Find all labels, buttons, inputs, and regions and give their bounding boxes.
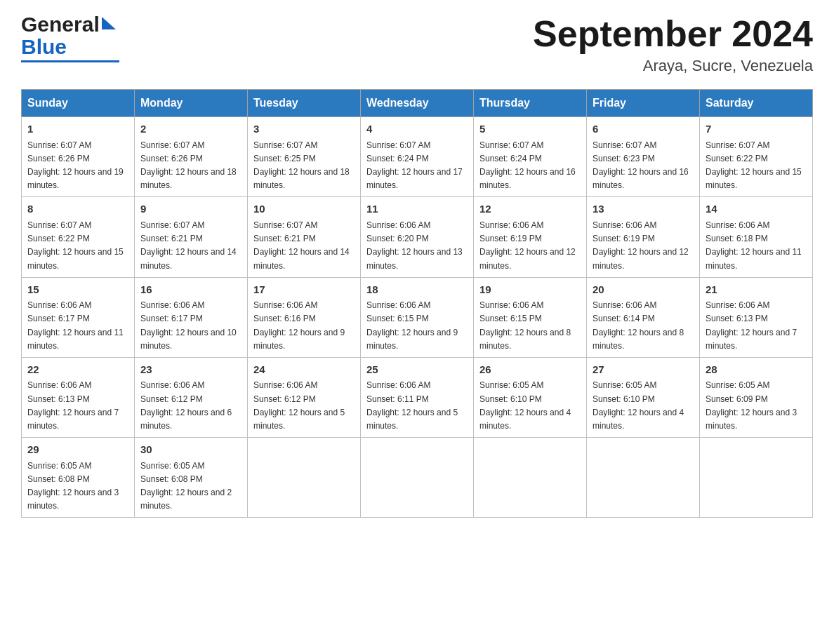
week-row-5: 29Sunrise: 6:05 AMSunset: 6:08 PMDayligh… bbox=[22, 438, 813, 518]
day-info: Sunrise: 6:07 AMSunset: 6:22 PMDaylight:… bbox=[27, 219, 128, 273]
day-number: 29 bbox=[27, 442, 128, 458]
weekday-header-thursday: Thursday bbox=[474, 90, 587, 117]
day-info: Sunrise: 6:07 AMSunset: 6:26 PMDaylight:… bbox=[140, 139, 241, 193]
calendar-cell: 2Sunrise: 6:07 AMSunset: 6:26 PMDaylight… bbox=[135, 117, 248, 197]
calendar-cell: 23Sunrise: 6:06 AMSunset: 6:12 PMDayligh… bbox=[135, 357, 248, 437]
day-number: 23 bbox=[140, 362, 241, 378]
weekday-header-monday: Monday bbox=[135, 90, 248, 117]
calendar-cell: 3Sunrise: 6:07 AMSunset: 6:25 PMDaylight… bbox=[248, 117, 361, 197]
day-info: Sunrise: 6:05 AMSunset: 6:10 PMDaylight:… bbox=[593, 379, 694, 433]
calendar-cell bbox=[248, 438, 361, 518]
day-info: Sunrise: 6:06 AMSunset: 6:15 PMDaylight:… bbox=[366, 299, 468, 353]
calendar-cell: 30Sunrise: 6:05 AMSunset: 6:08 PMDayligh… bbox=[135, 438, 248, 518]
day-number: 5 bbox=[479, 121, 581, 137]
day-info: Sunrise: 6:06 AMSunset: 6:19 PMDaylight:… bbox=[593, 219, 694, 273]
calendar-cell: 21Sunrise: 6:06 AMSunset: 6:13 PMDayligh… bbox=[700, 277, 813, 357]
logo-triangle-icon bbox=[102, 17, 116, 29]
day-info: Sunrise: 6:06 AMSunset: 6:11 PMDaylight:… bbox=[366, 379, 468, 433]
calendar-cell: 22Sunrise: 6:06 AMSunset: 6:13 PMDayligh… bbox=[22, 357, 135, 437]
day-number: 9 bbox=[140, 201, 241, 217]
logo: General Blue bbox=[21, 14, 119, 62]
day-info: Sunrise: 6:06 AMSunset: 6:18 PMDaylight:… bbox=[706, 219, 807, 273]
week-row-2: 8Sunrise: 6:07 AMSunset: 6:22 PMDaylight… bbox=[22, 197, 813, 277]
day-info: Sunrise: 6:06 AMSunset: 6:13 PMDaylight:… bbox=[27, 379, 128, 433]
day-number: 25 bbox=[366, 362, 468, 378]
calendar-cell: 16Sunrise: 6:06 AMSunset: 6:17 PMDayligh… bbox=[135, 277, 248, 357]
calendar-cell: 10Sunrise: 6:07 AMSunset: 6:21 PMDayligh… bbox=[248, 197, 361, 277]
day-info: Sunrise: 6:06 AMSunset: 6:17 PMDaylight:… bbox=[140, 299, 241, 353]
weekday-header-row: SundayMondayTuesdayWednesdayThursdayFrid… bbox=[22, 90, 813, 117]
day-info: Sunrise: 6:05 AMSunset: 6:09 PMDaylight:… bbox=[706, 379, 807, 433]
day-number: 6 bbox=[593, 121, 694, 137]
calendar-cell: 11Sunrise: 6:06 AMSunset: 6:20 PMDayligh… bbox=[361, 197, 474, 277]
calendar-cell: 12Sunrise: 6:06 AMSunset: 6:19 PMDayligh… bbox=[474, 197, 587, 277]
weekday-header-saturday: Saturday bbox=[700, 90, 813, 117]
day-info: Sunrise: 6:07 AMSunset: 6:24 PMDaylight:… bbox=[479, 139, 581, 193]
day-info: Sunrise: 6:07 AMSunset: 6:25 PMDaylight:… bbox=[253, 139, 355, 193]
weekday-header-sunday: Sunday bbox=[22, 90, 135, 117]
calendar-cell: 14Sunrise: 6:06 AMSunset: 6:18 PMDayligh… bbox=[700, 197, 813, 277]
day-info: Sunrise: 6:07 AMSunset: 6:26 PMDaylight:… bbox=[27, 139, 128, 193]
calendar-cell bbox=[700, 438, 813, 518]
month-title: September 2024 bbox=[533, 14, 813, 54]
logo-underline bbox=[21, 60, 119, 62]
day-info: Sunrise: 6:06 AMSunset: 6:14 PMDaylight:… bbox=[593, 299, 694, 353]
day-info: Sunrise: 6:06 AMSunset: 6:20 PMDaylight:… bbox=[366, 219, 468, 273]
day-number: 26 bbox=[479, 362, 581, 378]
calendar-cell bbox=[587, 438, 700, 518]
title-block: September 2024 Araya, Sucre, Venezuela bbox=[533, 14, 813, 75]
week-row-4: 22Sunrise: 6:06 AMSunset: 6:13 PMDayligh… bbox=[22, 357, 813, 437]
day-info: Sunrise: 6:07 AMSunset: 6:21 PMDaylight:… bbox=[253, 219, 355, 273]
calendar-cell: 17Sunrise: 6:06 AMSunset: 6:16 PMDayligh… bbox=[248, 277, 361, 357]
week-row-3: 15Sunrise: 6:06 AMSunset: 6:17 PMDayligh… bbox=[22, 277, 813, 357]
day-info: Sunrise: 6:07 AMSunset: 6:21 PMDaylight:… bbox=[140, 219, 241, 273]
weekday-header-friday: Friday bbox=[587, 90, 700, 117]
day-number: 19 bbox=[479, 282, 581, 298]
calendar-cell: 9Sunrise: 6:07 AMSunset: 6:21 PMDaylight… bbox=[135, 197, 248, 277]
day-number: 10 bbox=[253, 201, 355, 217]
calendar-cell: 6Sunrise: 6:07 AMSunset: 6:23 PMDaylight… bbox=[587, 117, 700, 197]
calendar-cell: 13Sunrise: 6:06 AMSunset: 6:19 PMDayligh… bbox=[587, 197, 700, 277]
day-number: 1 bbox=[27, 121, 128, 137]
day-number: 18 bbox=[366, 282, 468, 298]
day-number: 17 bbox=[253, 282, 355, 298]
page-header: General Blue September 2024 Araya, Sucre… bbox=[21, 14, 813, 75]
calendar-cell bbox=[474, 438, 587, 518]
calendar-cell: 8Sunrise: 6:07 AMSunset: 6:22 PMDaylight… bbox=[22, 197, 135, 277]
week-row-1: 1Sunrise: 6:07 AMSunset: 6:26 PMDaylight… bbox=[22, 117, 813, 197]
day-info: Sunrise: 6:06 AMSunset: 6:12 PMDaylight:… bbox=[253, 379, 355, 433]
day-number: 12 bbox=[479, 201, 581, 217]
day-number: 3 bbox=[253, 121, 355, 137]
day-number: 16 bbox=[140, 282, 241, 298]
day-info: Sunrise: 6:06 AMSunset: 6:16 PMDaylight:… bbox=[253, 299, 355, 353]
day-info: Sunrise: 6:07 AMSunset: 6:22 PMDaylight:… bbox=[706, 139, 807, 193]
calendar-cell bbox=[361, 438, 474, 518]
day-number: 20 bbox=[593, 282, 694, 298]
location-title: Araya, Sucre, Venezuela bbox=[533, 57, 813, 75]
calendar-table: SundayMondayTuesdayWednesdayThursdayFrid… bbox=[21, 89, 813, 518]
weekday-header-wednesday: Wednesday bbox=[361, 90, 474, 117]
day-number: 4 bbox=[366, 121, 468, 137]
calendar-cell: 27Sunrise: 6:05 AMSunset: 6:10 PMDayligh… bbox=[587, 357, 700, 437]
day-number: 30 bbox=[140, 442, 241, 458]
calendar-cell: 24Sunrise: 6:06 AMSunset: 6:12 PMDayligh… bbox=[248, 357, 361, 437]
weekday-header-tuesday: Tuesday bbox=[248, 90, 361, 117]
calendar-cell: 28Sunrise: 6:05 AMSunset: 6:09 PMDayligh… bbox=[700, 357, 813, 437]
day-number: 13 bbox=[593, 201, 694, 217]
calendar-cell: 5Sunrise: 6:07 AMSunset: 6:24 PMDaylight… bbox=[474, 117, 587, 197]
day-info: Sunrise: 6:05 AMSunset: 6:10 PMDaylight:… bbox=[479, 379, 581, 433]
calendar-cell: 20Sunrise: 6:06 AMSunset: 6:14 PMDayligh… bbox=[587, 277, 700, 357]
day-number: 14 bbox=[706, 201, 807, 217]
day-number: 11 bbox=[366, 201, 468, 217]
day-number: 2 bbox=[140, 121, 241, 137]
day-info: Sunrise: 6:06 AMSunset: 6:12 PMDaylight:… bbox=[140, 379, 241, 433]
day-number: 24 bbox=[253, 362, 355, 378]
calendar-cell: 29Sunrise: 6:05 AMSunset: 6:08 PMDayligh… bbox=[22, 438, 135, 518]
calendar-cell: 26Sunrise: 6:05 AMSunset: 6:10 PMDayligh… bbox=[474, 357, 587, 437]
day-info: Sunrise: 6:06 AMSunset: 6:19 PMDaylight:… bbox=[479, 219, 581, 273]
day-number: 8 bbox=[27, 201, 128, 217]
day-info: Sunrise: 6:05 AMSunset: 6:08 PMDaylight:… bbox=[140, 459, 241, 514]
day-info: Sunrise: 6:06 AMSunset: 6:13 PMDaylight:… bbox=[706, 299, 807, 353]
logo-blue-text: Blue bbox=[21, 35, 67, 59]
day-info: Sunrise: 6:07 AMSunset: 6:23 PMDaylight:… bbox=[593, 139, 694, 193]
